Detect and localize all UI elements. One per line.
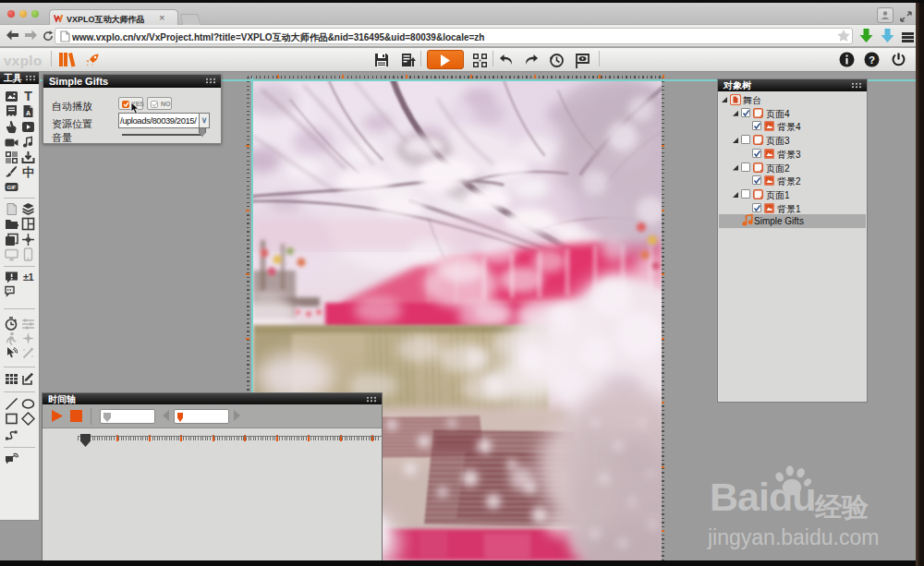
svg-text:GIF: GIF (7, 185, 17, 190)
svg-text:A: A (26, 110, 30, 116)
svg-text:?: ? (869, 54, 875, 66)
